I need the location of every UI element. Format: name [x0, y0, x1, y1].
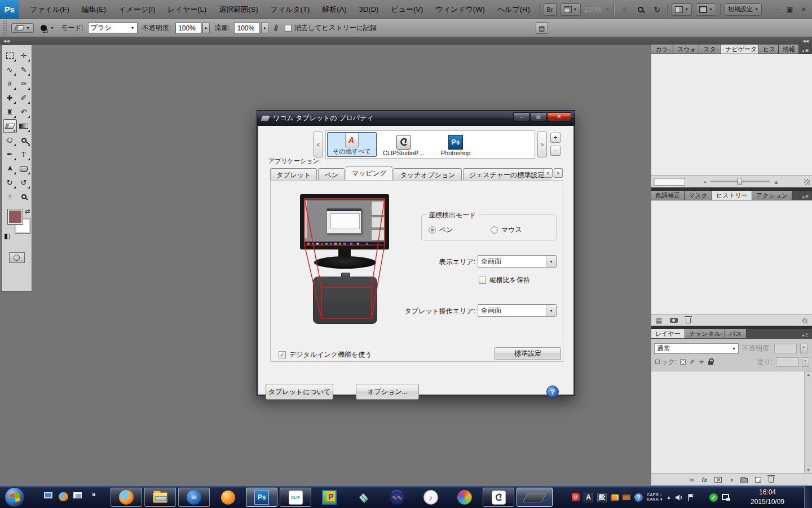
zoom-in-icon[interactable]: ▲ [773, 178, 779, 185]
layers-scrollbar[interactable]: ▲ ▼ [804, 371, 812, 473]
layer-fill-spinner[interactable]: ▸ [802, 357, 809, 367]
rotate-view-shortcut[interactable]: ↻ [651, 3, 663, 16]
taskbar-thunderbird[interactable]: ✉ [178, 488, 210, 507]
restore-button[interactable]: ▣ [785, 6, 795, 14]
tool-shape[interactable] [17, 161, 31, 176]
arrange-documents-button[interactable]: ▼ [672, 3, 692, 16]
taskbar-itunes[interactable]: ♪ [415, 488, 447, 507]
app-item-photoshop[interactable]: Ps Photoshop [431, 132, 480, 157]
tabs-scroll-right-button[interactable]: > [554, 168, 563, 178]
app-scroll-right-button[interactable]: > [537, 132, 547, 157]
navigator-zoom-slider[interactable] [710, 181, 770, 182]
tool-healing-brush[interactable]: ✚ [3, 91, 17, 105]
tool-blur[interactable] [3, 133, 17, 147]
tool-move[interactable]: ✛ [17, 49, 31, 63]
quick-mask-button[interactable] [9, 252, 25, 263]
menu-select[interactable]: 選択範囲(S) [213, 0, 264, 19]
erase-to-history-checkbox[interactable]: 消去してヒストリーに記録 [285, 23, 377, 33]
lock-all-icon[interactable] [708, 361, 713, 365]
opacity-spinner[interactable]: ▸ [202, 23, 210, 33]
tab-paths[interactable]: パス [725, 329, 747, 338]
adjustment-layer-icon[interactable]: ◑ [729, 476, 733, 484]
tab-tablet[interactable]: タブレット [270, 168, 317, 180]
about-tablet-button[interactable]: タブレットについて [266, 384, 333, 400]
new-layer-icon[interactable] [755, 477, 761, 483]
tool-dodge[interactable] [17, 133, 31, 147]
taskbar-presentation[interactable] [314, 488, 345, 507]
taskbar-clock[interactable]: 16:04 2015/10/09 [743, 488, 792, 507]
app-item-clipstudio[interactable]: CLIPStudioP… [379, 132, 429, 157]
screen-mode-button[interactable]: ▼ [696, 3, 716, 16]
launch-bridge-button[interactable]: Br [544, 3, 557, 16]
tool-gradient[interactable] [17, 119, 31, 133]
digital-ink-checkbox[interactable]: ✓ デジタルインク機能を使う [279, 350, 372, 360]
ime-help-icon[interactable]: ? [634, 493, 643, 502]
default-colors-icon[interactable]: ◧ [4, 232, 10, 240]
panel-resize-grip[interactable] [804, 179, 810, 185]
tool-clone-stamp[interactable]: ♜ [3, 105, 17, 119]
options-bar-grip[interactable] [3, 21, 7, 36]
flow-field[interactable]: 100% [234, 23, 260, 33]
taskbar-openoffice[interactable] [212, 488, 244, 507]
toggle-brushes-panel-button[interactable]: ▤ [536, 22, 548, 34]
layer-style-icon[interactable]: fx [701, 476, 707, 483]
tab-pen[interactable]: ペン [318, 168, 345, 180]
taskbar-clipstudio-paint[interactable] [483, 488, 514, 507]
radio-pen[interactable]: ペン [429, 225, 453, 235]
airbrush-icon[interactable]: ✐ [271, 22, 283, 34]
add-layer-mask-icon[interactable] [714, 477, 722, 483]
menu-analysis[interactable]: 解析(A) [316, 0, 352, 19]
slider-thumb[interactable] [737, 178, 742, 185]
tab-history[interactable]: ヒストリー [712, 191, 752, 200]
ime-input-mode[interactable]: A [584, 493, 593, 502]
menu-window[interactable]: ウィンドウ(W) [429, 0, 491, 19]
scroll-up-icon[interactable]: ▲ [806, 373, 810, 376]
tool-type[interactable]: T [17, 147, 31, 161]
scroll-down-icon[interactable]: ▼ [806, 468, 810, 472]
options-button[interactable]: オプション... [356, 384, 419, 400]
lock-pixels-icon[interactable]: ✐ [690, 358, 695, 366]
menu-file[interactable]: ファイル(F) [24, 0, 76, 19]
presentation-quicklaunch-icon[interactable] [73, 492, 83, 501]
panel-menu-icon[interactable]: ≡ [799, 47, 812, 54]
volume-icon[interactable] [675, 494, 683, 501]
taskbar-artrage[interactable] [449, 488, 480, 507]
menu-layer[interactable]: レイヤー(L) [161, 0, 213, 19]
tool-crop[interactable]: # [3, 77, 17, 91]
delete-state-icon[interactable] [686, 318, 691, 323]
default-settings-button[interactable]: 標準設定 [495, 347, 561, 360]
tab-layers[interactable]: レイヤー [651, 329, 685, 338]
delete-layer-icon[interactable] [769, 477, 774, 483]
new-snapshot-icon[interactable] [670, 318, 678, 323]
show-desktop-button[interactable] [804, 486, 812, 508]
tab-actions[interactable]: アクション [752, 191, 792, 200]
brush-preset-picker[interactable]: 13 ▼ [38, 22, 56, 34]
show-hidden-icons[interactable]: ▲ [667, 495, 671, 500]
help-button[interactable]: ? [546, 386, 559, 398]
dialog-minimize-button[interactable]: – [513, 112, 529, 121]
dialog-close-button[interactable]: ✕ [547, 112, 571, 121]
ime-conversion-mode[interactable]: 般 [597, 493, 607, 502]
tool-3d-rotate[interactable]: ↻ [3, 176, 17, 190]
tool-eraser-selected[interactable] [3, 119, 17, 133]
lock-position-icon[interactable]: ✛ [699, 358, 704, 366]
new-group-icon[interactable] [740, 478, 748, 483]
lock-transparency-icon[interactable] [680, 359, 686, 365]
radio-mouse[interactable]: マウス [491, 225, 522, 235]
tool-marquee[interactable] [3, 49, 17, 63]
collapse-toolbar-icon[interactable]: ◀◀ [3, 39, 10, 43]
network-icon[interactable] [722, 494, 730, 501]
navigator-zoom-field[interactable] [654, 178, 685, 186]
tray-security-icon[interactable]: ↺ [572, 493, 580, 501]
tab-touch-options[interactable]: タッチオプション [394, 168, 461, 180]
tool-quick-selection[interactable]: ✎ [17, 63, 31, 77]
ime-pad-icon[interactable] [611, 494, 619, 501]
layer-opacity-spinner[interactable]: ▸ [800, 344, 807, 353]
tab-color[interactable]: カラ- [651, 45, 673, 54]
menu-image[interactable]: イメージ(I) [112, 0, 161, 19]
tab-mapping[interactable]: マッピング [346, 167, 392, 181]
panel-resize-grip[interactable] [802, 318, 807, 323]
taskbar-wacom[interactable] [517, 488, 553, 507]
photoshop-logo-icon[interactable]: Ps [0, 0, 19, 19]
action-center-flag-icon[interactable] [687, 493, 694, 501]
